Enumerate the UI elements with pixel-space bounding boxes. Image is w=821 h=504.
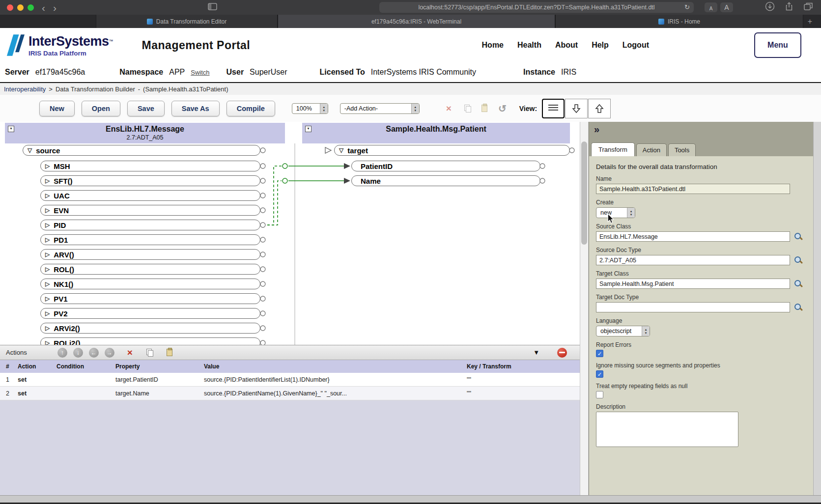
new-tab-button[interactable]: + [808,17,812,26]
source-node-pill[interactable]: ▷UAC [40,190,260,201]
save-button[interactable]: Save [127,101,165,116]
copy-action-button[interactable] [146,349,153,356]
source-node-pill[interactable]: ▷PD1 [40,234,260,245]
create-select[interactable]: new ▴▾ [596,207,635,218]
text-size-smaller-button[interactable]: A [705,2,717,12]
source-node-pill[interactable]: ▷ROLi2() [40,337,260,345]
leaf-triangle-icon[interactable]: ▷ [45,281,50,287]
nav-about[interactable]: About [555,41,578,50]
source-node-pill[interactable]: ▷MSH [40,161,260,171]
new-button[interactable]: New [39,101,75,116]
source-node-pill[interactable]: ▷PV1 [40,293,260,304]
target-doc-type-field[interactable] [596,302,790,312]
collapse-actions-button[interactable] [557,348,567,358]
language-select[interactable]: objectscript ▴▾ [596,326,650,336]
leaf-triangle-icon[interactable]: ▷ [45,237,50,243]
shift-left-button[interactable]: ← [89,348,99,358]
nav-logout[interactable]: Logout [623,41,649,50]
forward-button[interactable]: › [49,2,60,13]
leaf-triangle-icon[interactable]: ▷ [45,252,50,257]
view-mode-list-button[interactable] [542,99,565,118]
menu-button[interactable]: Menu [754,32,801,58]
nav-help[interactable]: Help [592,41,609,50]
address-bar[interactable]: localhost:52773/csp/app/EnsPortal.DTLEdi… [379,2,694,13]
zoom-window-button[interactable] [28,4,34,11]
leaf-triangle-icon[interactable]: ▷ [45,163,50,169]
tab-tools[interactable]: Tools [668,143,696,156]
browser-tab-iris-home[interactable]: IRIS - Home [555,15,803,28]
zoom-select[interactable]: 100% ▴▾ [292,103,328,114]
sidebar-toggle-icon[interactable] [208,3,217,12]
view-mode-up-button[interactable] [588,99,611,118]
reload-icon[interactable]: ↻ [684,2,690,13]
delete-action-button[interactable]: × [127,348,133,357]
breadcrumb-interoperability[interactable]: Interoperability [4,85,46,93]
move-up-button[interactable]: ↑ [57,348,67,358]
downloads-icon[interactable] [765,1,775,13]
source-node-pill[interactable]: ▷NK1() [40,279,260,289]
open-triangle-icon[interactable]: ▽ [339,147,343,153]
move-down-button[interactable]: ↓ [73,348,83,358]
description-field[interactable] [596,412,738,447]
ignore-missing-checkbox[interactable]: ✓ [596,370,603,378]
leaf-triangle-icon[interactable]: ▷ [45,310,50,316]
switch-namespace-link[interactable]: Switch [191,69,209,76]
source-node-pill[interactable]: ▷ROL() [40,264,260,275]
leaf-triangle-icon[interactable]: ▷ [45,207,50,213]
tab-action[interactable]: Action [636,143,667,156]
source-node-pill[interactable]: ▷SFT() [40,175,260,186]
leaf-triangle-icon[interactable]: ▷ [45,325,50,331]
open-triangle-icon[interactable]: ▽ [28,147,32,153]
collapse-target-panel[interactable]: ▾ [305,126,311,132]
leaf-triangle-icon[interactable]: ▷ [45,340,50,345]
tab-transform[interactable]: Transform [591,142,635,156]
actions-menu-dropdown[interactable]: ▼ [533,349,539,356]
minimize-window-button[interactable] [17,4,24,11]
shift-right-button[interactable]: → [105,348,114,358]
text-size-larger-button[interactable]: A [720,2,733,12]
search-icon[interactable] [794,256,802,264]
leaf-triangle-icon[interactable]: ▷ [45,193,50,198]
source-node-pill[interactable]: ▷PV2 [40,308,260,319]
paste-action-button[interactable] [167,349,172,356]
target-root-pill[interactable]: ▽ target [334,145,570,156]
horizontal-scrollbar[interactable] [0,495,821,503]
treat-empty-checkbox[interactable] [596,391,603,398]
source-node-pill[interactable]: ▷PID [40,220,260,230]
search-icon[interactable] [794,280,802,288]
copy-icon[interactable] [464,105,471,112]
compile-button[interactable]: Compile [226,101,275,116]
page-scrollbar[interactable] [813,122,821,495]
browser-tab-dtl-editor[interactable]: Data Transformation Editor [96,15,278,28]
target-node-pill[interactable]: Name [351,175,540,186]
action-row[interactable]: 2 set target.Name source.{PID:PatientNam… [0,387,580,400]
collapse-source-panel[interactable]: ▾ [8,126,14,132]
source-node-pill[interactable]: ▷ARV() [40,249,260,260]
paste-icon[interactable] [481,105,487,112]
target-class-field[interactable] [596,279,790,289]
browser-tab-webterminal[interactable]: ef179a45c96a:IRIS - WebTerminal [278,15,555,28]
report-errors-checkbox[interactable]: ✓ [596,350,603,357]
tab-overview-icon[interactable] [803,2,813,13]
target-node-pill[interactable]: PatientID [351,161,540,171]
scrollbar-thumb[interactable] [581,141,587,245]
open-button[interactable]: Open [82,101,120,116]
search-icon[interactable] [794,303,802,311]
view-mode-down-button[interactable] [565,99,588,118]
source-doc-type-field[interactable] [596,255,790,265]
delete-icon[interactable]: × [446,104,452,113]
leaf-triangle-icon[interactable]: ▷ [45,266,50,272]
action-row[interactable]: 1 set target.PatientID source.{PID:Patie… [0,373,580,387]
back-button[interactable]: ‹ [38,2,49,13]
close-window-button[interactable] [7,4,13,11]
name-field[interactable] [596,184,790,194]
search-icon[interactable] [794,232,802,241]
collapse-sidebar-icon[interactable]: » [594,124,599,135]
source-node-pill[interactable]: ▷EVN [40,205,260,216]
source-node-pill[interactable]: ▷ARVi2() [40,323,260,334]
undo-icon[interactable]: ↺ [498,104,507,113]
leaf-triangle-icon[interactable]: ▷ [45,222,50,228]
source-class-field[interactable] [596,231,790,242]
share-icon[interactable] [785,1,793,13]
diagram-scrollbar[interactable] [580,122,589,495]
